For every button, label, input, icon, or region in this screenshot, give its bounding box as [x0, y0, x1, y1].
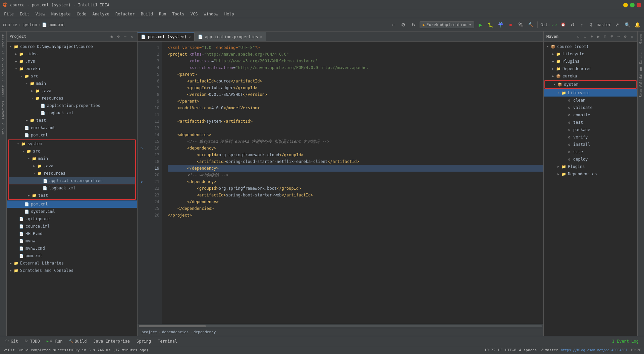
bottom-tab-git[interactable]: 9: Git [3, 338, 21, 345]
left-tab-favorites[interactable]: 2: Favorites [1, 100, 6, 126]
bottom-tab-java-enterprise[interactable]: Java Enterprise [91, 338, 132, 345]
run-btn[interactable]: ▶ [476, 21, 484, 29]
menu-help[interactable]: Help [222, 11, 237, 17]
tab-close-1[interactable]: ✕ [189, 35, 191, 39]
tree-item-system-pom[interactable]: 📄 pom.xml [7, 200, 137, 208]
maven-item-lifecycle-top[interactable]: ▶ 📁 Lifecycle [544, 50, 637, 58]
maven-item-clean[interactable]: ⚙ clean [544, 97, 637, 104]
bread-dependency[interactable]: dependency [194, 330, 216, 334]
status-line-sep[interactable]: LF [498, 348, 502, 352]
maven-item-system[interactable]: ▾ 📦 system [545, 81, 636, 88]
gutter-21-reload[interactable]: ↻ [138, 178, 146, 185]
tree-item-system-main[interactable]: ▾ 📁 main [9, 155, 135, 162]
tree-item-helpmd[interactable]: 📄 HELP.md [7, 230, 137, 237]
menu-file[interactable]: File [1, 11, 16, 17]
tree-item-system-app-prop[interactable]: 📄 application.properties [9, 177, 135, 184]
menu-window[interactable]: Window [201, 11, 221, 17]
maven-dl-icon[interactable]: ↓ [582, 34, 588, 39]
tree-item-gitignore[interactable]: 📄 .gitignore [7, 215, 137, 223]
tree-item-cource[interactable]: ▾ 📁 cource D:\myJavaproject\cource [7, 43, 137, 50]
tree-item-system-iml[interactable]: 📄 system.iml [7, 208, 137, 215]
panel-scope-icon[interactable]: ◉ [109, 34, 114, 39]
tree-item-mvnwcmd[interactable]: 📄 mvnw.cmd [7, 245, 137, 252]
bottom-tab-run[interactable]: ▶ 4: Run [44, 338, 65, 345]
maven-item-test[interactable]: ⚙ test [544, 119, 637, 126]
tree-item-eureka-pom[interactable]: 📄 pom.xml [7, 131, 137, 139]
tree-item-system-java[interactable]: ▶ 📁 java [9, 162, 135, 170]
panel-collapse-icon[interactable]: — [122, 34, 128, 39]
tree-item-system[interactable]: ▾ 📁 system [9, 140, 135, 148]
back-btn[interactable]: ← [389, 21, 397, 29]
tree-item-eureka-app-prop[interactable]: 📄 application.properties [7, 102, 137, 109]
panel-close-icon[interactable]: ✕ [129, 34, 135, 39]
gutter-16-reload[interactable]: ↻ [138, 145, 146, 152]
left-tab-web[interactable]: Web [1, 127, 6, 136]
bottom-tab-todo[interactable]: 6: TODO [22, 338, 43, 345]
maximize-btn[interactable] [630, 3, 635, 7]
status-encoding[interactable]: UTF-8 [505, 348, 516, 352]
tree-item-eureka-java[interactable]: ▶ 📁 java [7, 87, 137, 95]
tree-item-system-resources[interactable]: ▾ 📁 resources [9, 170, 135, 177]
maven-m-icon[interactable]: m [602, 34, 608, 39]
tree-item-eureka-src[interactable]: ▾ 📁 src [7, 72, 137, 80]
bottom-tab-build[interactable]: 🔨 Build [66, 338, 89, 345]
tree-item-eureka-test[interactable]: ▶ 📁 test [7, 117, 137, 124]
left-tab-commit[interactable]: Commit [1, 84, 6, 99]
tree-item-eureka-iml[interactable]: 📄 eureka.iml [7, 124, 137, 131]
maven-item-plugins-top[interactable]: ▶ 📁 Plugins [544, 58, 637, 65]
attach-btn[interactable]: 🔌 [517, 21, 525, 29]
code-area[interactable]: <?xml version="1.0" encoding="UTF-8"?> <… [162, 42, 543, 324]
menu-vcs[interactable]: VCS [188, 11, 201, 17]
settings-btn[interactable]: ⚙ [399, 21, 408, 29]
menu-run[interactable]: Run [156, 11, 169, 17]
stop-btn[interactable]: ■ [506, 21, 515, 29]
maven-item-deploy[interactable]: ⚙ deploy [544, 156, 637, 163]
tree-item-idea[interactable]: ▶ 📁 .idea [7, 50, 137, 58]
tree-item-system-logback[interactable]: 📄 logback.xml [9, 184, 135, 192]
sync-btn[interactable]: ↻ [410, 21, 418, 29]
menu-tools[interactable]: Tools [170, 11, 187, 17]
tree-item-eureka-logback[interactable]: 📄 logback.xml [7, 109, 137, 117]
left-tab-structure[interactable]: 2: Structure [1, 56, 6, 83]
tree-item-system-test[interactable]: ▶ 📁 test [9, 192, 135, 199]
menu-refactor[interactable]: Refactor [113, 11, 138, 17]
menu-navigate[interactable]: Navigate [49, 11, 73, 17]
bottom-tab-terminal[interactable]: Terminal [155, 338, 180, 345]
tree-item-mvnw[interactable]: 📄 mvnw [7, 237, 137, 245]
tree-item-cource-iml[interactable]: 📄 cource.iml [7, 223, 137, 230]
debug-btn[interactable]: 🐛 [486, 21, 494, 29]
left-tab-project[interactable]: 1: Project [1, 33, 6, 56]
git-pull-btn[interactable]: ↧ [587, 21, 595, 29]
status-indent[interactable]: 4 spaces [519, 348, 537, 352]
status-git-icon[interactable]: ⎇ Git [3, 348, 15, 352]
maven-item-compile[interactable]: ⚙ compile [544, 111, 637, 119]
run-config-selector[interactable]: ▶ EurekaApplication ▾ [420, 21, 474, 28]
close-btn[interactable] [637, 3, 641, 7]
maven-refresh-icon[interactable]: ↻ [576, 34, 581, 39]
status-cursor-pos[interactable]: 19:22 [484, 348, 495, 352]
maven-hash-icon[interactable]: # [609, 34, 614, 39]
maven-settings-icon[interactable]: ⚙ [623, 34, 628, 39]
tab-close-2[interactable]: ✕ [260, 35, 262, 39]
maven-item-verify[interactable]: ⚙ verify [544, 133, 637, 141]
bread-dependencies[interactable]: dependencies [162, 330, 189, 334]
bottom-tab-spring[interactable]: Spring [134, 338, 154, 345]
tree-item-eureka-main[interactable]: ▾ 📁 main [7, 80, 137, 87]
tree-item-root-pom[interactable]: 📄 pom.xml [7, 252, 137, 259]
maven-item-deps-system[interactable]: ▶ 📁 Dependencies [544, 170, 637, 178]
bottom-tab-event-log[interactable]: 1 Event Log [609, 338, 641, 345]
status-csdn-url[interactable]: https://blog.csdn.net/qq_45004361 [561, 348, 628, 352]
maven-item-lifecycle-system[interactable]: ▾ 📁 Lifecycle [544, 89, 637, 97]
maven-item-plugins-system[interactable]: ▶ 📁 Plugins [544, 163, 637, 170]
minimize-btn[interactable] [623, 3, 628, 7]
maven-item-eureka[interactable]: ▶ 📦 eureka [544, 72, 637, 80]
menu-analyze[interactable]: Analyze [90, 11, 112, 17]
right-tab-bean[interactable]: Bean Validation [638, 66, 643, 99]
panel-settings-icon[interactable]: ⚙ [116, 34, 121, 39]
git-history-btn[interactable]: ⏰ [559, 21, 567, 29]
maven-item-cource-root[interactable]: ▾ 📦 cource (root) [544, 43, 637, 50]
git-push-btn[interactable]: ↑ [578, 21, 586, 29]
tree-item-eureka[interactable]: ▾ 📁 eureka [7, 65, 137, 72]
maven-item-validate[interactable]: ⚙ validate [544, 104, 637, 111]
tree-item-ext-libs[interactable]: ▶ 📁 External Libraries [7, 259, 137, 267]
